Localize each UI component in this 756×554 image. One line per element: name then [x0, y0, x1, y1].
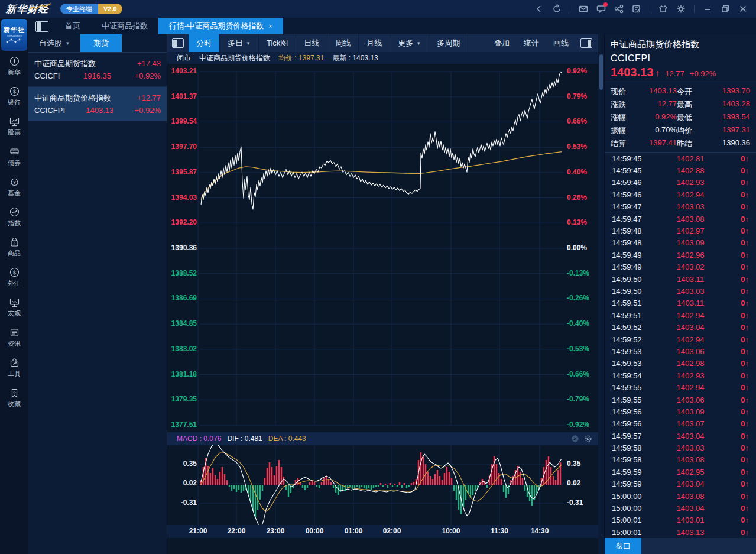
sidebar-item-favorites[interactable]: ☆收藏	[0, 383, 28, 413]
sidebar-item-bond[interactable]: 债券	[0, 141, 28, 171]
chevron-down-icon: ▼	[416, 41, 421, 46]
tool-button-overlay[interactable]: 叠加	[487, 38, 517, 48]
tick-time: 14:59:55	[612, 396, 656, 404]
scrollbar-thumb[interactable]	[599, 54, 603, 90]
xinhua-news-logo[interactable]: 新华社 XINHUA NEWS	[1, 19, 27, 51]
notification-badge	[603, 2, 608, 7]
intraday-price-chart[interactable]: 1403.210.92%1401.370.79%1399.540.66%1397…	[167, 64, 598, 432]
tool-button-drawline[interactable]: 画线	[546, 38, 576, 48]
tick-row: 14:59:531403.060↑	[605, 345, 756, 357]
price-axis-label: 1386.69	[167, 294, 197, 302]
tick-row: 14:59:591403.040↑	[605, 478, 756, 490]
period-button-weekly[interactable]: 周线	[327, 34, 359, 52]
tick-price: 1402.98	[656, 359, 725, 368]
minimize-icon[interactable]	[703, 4, 712, 14]
notes-icon[interactable]	[632, 4, 641, 14]
pct-axis-label: 0.53%	[567, 142, 587, 151]
tick-row: 15:00:001403.080↑	[605, 490, 756, 502]
watchlist-panel: 自选股 ▼ 期货 中证商品期货指数+17.43CCICFI1916.35+0.9…	[28, 34, 167, 554]
left-panel-toggle-icon[interactable]	[172, 38, 184, 48]
tick-time: 14:59:52	[612, 335, 656, 344]
tick-time: 14:59:57	[612, 432, 656, 440]
sidebar-item-xinhua[interactable]: 新华	[0, 51, 28, 81]
vertical-scrollbar[interactable]	[598, 34, 604, 554]
version-badge: 专业终端 V2.0	[60, 4, 122, 14]
sidebar-item-commodity[interactable]: ☆商品	[0, 232, 28, 262]
sidebar-item-macro[interactable]: 宏观	[0, 292, 28, 322]
tick-time: 14:59:49	[612, 263, 656, 271]
sidebar-item-bank[interactable]: $银行	[0, 81, 28, 111]
period-button-tick[interactable]: Tick图	[259, 34, 296, 52]
period-button-monthly[interactable]: 月线	[359, 34, 390, 52]
tool-button-stats[interactable]: 统计	[517, 38, 546, 48]
sidebar-item-tools[interactable]: 工具	[0, 352, 28, 383]
restore-icon[interactable]	[721, 4, 730, 14]
macd-pane[interactable]: 0.350.350.020.02-0.31-0.31	[167, 445, 598, 525]
sidebar-item-forex[interactable]: $外汇	[0, 262, 28, 292]
watchlist-row-ccicfi[interactable]: 中证商品期货指数+17.43CCICFI1916.35+0.92%	[28, 53, 167, 87]
sidebar-item-fund[interactable]: ¥基金	[0, 171, 28, 202]
svg-text:☆: ☆	[12, 241, 16, 245]
pct-axis-label: -0.66%	[567, 370, 589, 378]
watchlist-dropdown-tab[interactable]: 自选股 ▼	[28, 34, 80, 52]
sidebar-item-index[interactable]: 指数	[0, 202, 28, 232]
up-arrow-icon: ↑	[655, 68, 660, 79]
tick-time: 14:59:49	[612, 251, 656, 260]
macd-axis-label: -0.31	[167, 498, 197, 507]
instrument-price: 1403.13	[86, 104, 113, 116]
tick-row: 14:59:521402.940↑	[605, 333, 756, 345]
sidebar-toggle-icon[interactable]	[35, 21, 48, 32]
window-controls	[534, 4, 756, 14]
period-button-duori[interactable]: 多日▼	[220, 34, 259, 52]
tick-time: 14:59:58	[612, 455, 656, 464]
pct-axis-label: 0.92%	[567, 67, 587, 75]
tick-row: 14:59:491403.020↑	[605, 261, 756, 273]
tick-row: 14:59:561403.070↑	[605, 418, 756, 430]
mail-icon[interactable]	[579, 4, 588, 14]
tick-list[interactable]: 14:59:451402.810↑14:59:451402.880↑14:59:…	[605, 153, 756, 540]
tab-home[interactable]: 首页	[54, 18, 91, 34]
close-icon[interactable]	[738, 4, 748, 14]
macd-axis-label: 0.35	[167, 459, 197, 468]
tick-row: 15:00:001403.040↑	[605, 502, 756, 514]
tick-price: 1403.01	[656, 516, 725, 524]
refresh-icon[interactable]	[552, 4, 562, 14]
period-button-fenshi[interactable]: 分时	[189, 34, 220, 52]
order-book-button[interactable]: 盘口	[605, 538, 641, 554]
favorites-icon: ☆	[9, 387, 20, 399]
indicator-settings-gear-icon[interactable]	[584, 435, 592, 443]
price-axis-label: 1390.36	[167, 244, 197, 252]
tick-volume: 0↑	[725, 504, 749, 513]
close-circle-icon[interactable]	[571, 435, 579, 443]
chat-icon[interactable]	[596, 4, 606, 14]
stat-label: 涨幅	[611, 112, 632, 123]
share-icon[interactable]	[614, 4, 624, 14]
tick-row: 14:59:521403.040↑	[605, 321, 756, 333]
period-label: 多周期	[437, 38, 460, 48]
sidebar-item-stock[interactable]: 股票	[0, 111, 28, 141]
futures-tab[interactable]: 期货	[80, 34, 122, 52]
theme-shirt-icon[interactable]	[658, 4, 668, 14]
tick-volume: 0↑	[725, 154, 749, 163]
tab-csi-commodity-index[interactable]: 中证商品指数	[91, 18, 158, 34]
tick-price: 1402.93	[656, 178, 725, 187]
tick-time: 14:59:51	[612, 311, 656, 320]
right-panel-toggle-icon[interactable]	[580, 38, 592, 48]
price-axis-label: 1384.85	[167, 319, 197, 328]
tick-time: 14:59:55	[612, 383, 656, 392]
stat-label: 振幅	[611, 125, 632, 136]
tick-volume: 0↑	[725, 359, 749, 368]
tick-volume: 0↑	[725, 407, 749, 416]
sidebar-item-news[interactable]: 资讯	[0, 322, 28, 352]
period-button-multi[interactable]: 多周期	[429, 34, 468, 52]
back-icon[interactable]	[534, 4, 544, 14]
pct-axis-label: -0.92%	[567, 420, 589, 429]
watchlist-row-ccicfpi[interactable]: 中证商品期货价格指数+12.77CCICFPI1403.13+0.92%	[28, 87, 167, 121]
period-button-daily[interactable]: 日线	[296, 34, 327, 52]
period-button-more[interactable]: 更多▼	[390, 34, 429, 52]
tab-quote-ccicfpi[interactable]: 行情-中证商品期货价格指数×	[158, 18, 283, 34]
settings-gear-icon[interactable]	[676, 4, 686, 14]
tab-close-icon[interactable]: ×	[268, 22, 272, 30]
tick-volume: 0↑	[725, 335, 749, 344]
pct-axis-label: 0.13%	[567, 218, 587, 226]
